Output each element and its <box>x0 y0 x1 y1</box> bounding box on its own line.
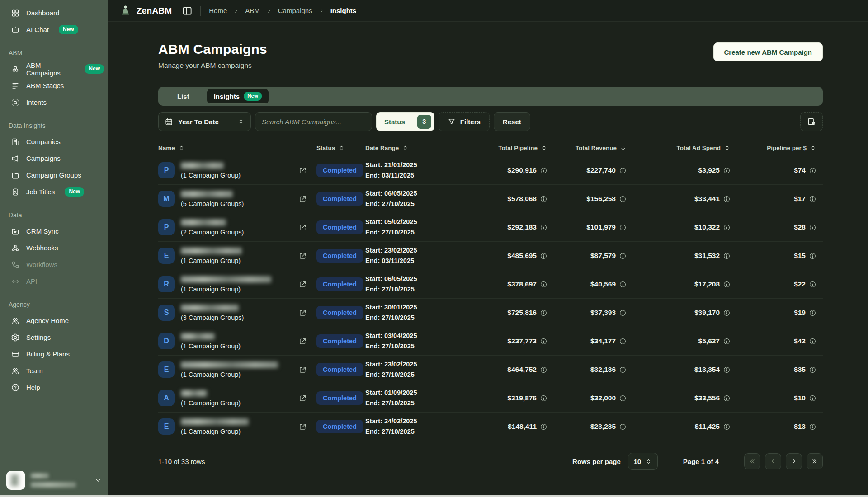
info-icon[interactable] <box>619 281 627 288</box>
create-campaign-button[interactable]: Create new ABM Campaign <box>713 42 823 61</box>
info-icon[interactable] <box>540 366 547 374</box>
info-icon[interactable] <box>809 195 816 203</box>
info-icon[interactable] <box>723 423 731 431</box>
info-icon[interactable] <box>540 394 547 402</box>
info-icon[interactable] <box>540 281 547 288</box>
breadcrumb-campaigns[interactable]: Campaigns <box>278 7 312 14</box>
column-header-pipeline-per[interactable]: Pipeline per $ <box>737 145 823 151</box>
sidebar-item-billing-plans[interactable]: Billing & Plans <box>0 346 108 362</box>
info-icon[interactable] <box>619 423 627 431</box>
info-icon[interactable] <box>809 338 816 345</box>
intents-icon <box>11 98 20 107</box>
info-icon[interactable] <box>540 423 547 431</box>
open-campaign-external-link-icon[interactable] <box>298 337 307 346</box>
sidebar-item-job-titles[interactable]: Job TitlesNew <box>0 183 108 200</box>
next-page-button[interactable] <box>786 453 802 469</box>
info-icon[interactable] <box>809 423 816 431</box>
breadcrumb-home[interactable]: Home <box>209 7 227 14</box>
column-header-total-ad-spend[interactable]: Total Ad Spend <box>633 145 737 151</box>
sidebar-item-agency-home[interactable]: Agency Home <box>0 312 108 329</box>
tab-list[interactable]: List <box>160 89 207 104</box>
sidebar-item-abm-campaigns[interactable]: ABM CampaignsNew <box>0 61 108 77</box>
open-campaign-external-link-icon[interactable] <box>298 280 307 289</box>
info-icon[interactable] <box>723 252 731 260</box>
info-icon[interactable] <box>619 309 627 317</box>
info-icon[interactable] <box>723 281 731 288</box>
open-campaign-external-link-icon[interactable] <box>298 223 307 232</box>
sidebar-toggle-button[interactable] <box>180 5 194 17</box>
info-icon[interactable] <box>723 195 731 203</box>
open-campaign-external-link-icon[interactable] <box>298 366 307 374</box>
info-icon[interactable] <box>619 366 627 374</box>
sidebar-item-team[interactable]: Team <box>0 362 108 379</box>
info-icon[interactable] <box>723 394 731 402</box>
last-page-button[interactable] <box>807 453 823 469</box>
sidebar-item-companies[interactable]: Companies <box>0 133 108 150</box>
info-icon[interactable] <box>540 224 547 231</box>
open-campaign-external-link-icon[interactable] <box>298 252 307 260</box>
column-header-total-revenue[interactable]: Total Revenue <box>554 145 633 151</box>
window-bottom-edge <box>0 495 868 497</box>
date-range-cell: Start: 06/05/2025End: 27/10/2025 <box>365 274 461 295</box>
info-icon[interactable] <box>809 366 816 374</box>
info-icon[interactable] <box>540 252 547 260</box>
info-icon[interactable] <box>619 195 627 203</box>
tab-insights[interactable]: InsightsNew <box>207 89 269 104</box>
info-icon[interactable] <box>723 224 731 231</box>
column-settings-button[interactable] <box>800 112 823 131</box>
info-icon[interactable] <box>540 338 547 345</box>
info-icon[interactable] <box>809 252 816 260</box>
info-icon[interactable] <box>619 252 627 260</box>
sidebar-item-abm-stages[interactable]: ABM Stages <box>0 77 108 94</box>
filters-button[interactable]: Filters <box>439 112 490 131</box>
money-value: $23,235 <box>590 422 616 431</box>
start-date: Start: 23/02/2025 <box>365 359 461 370</box>
rows-per-page-select[interactable]: 10 <box>628 453 658 470</box>
breadcrumb-abm[interactable]: ABM <box>245 7 260 14</box>
info-icon[interactable] <box>723 167 731 174</box>
sidebar-item-help[interactable]: Help <box>0 379 108 396</box>
sidebar-item-settings[interactable]: Settings <box>0 329 108 346</box>
info-icon[interactable] <box>809 394 816 402</box>
open-campaign-external-link-icon[interactable] <box>298 309 307 317</box>
campaign-name-redacted <box>181 418 249 425</box>
open-campaign-external-link-icon[interactable] <box>298 422 307 431</box>
sidebar-item-crm-sync[interactable]: CRM Sync <box>0 223 108 239</box>
open-campaign-external-link-icon[interactable] <box>298 195 307 203</box>
info-icon[interactable] <box>809 309 816 317</box>
user-menu[interactable] <box>6 471 102 490</box>
sidebar-item-campaigns[interactable]: Campaigns <box>0 150 108 167</box>
reset-button[interactable]: Reset <box>494 112 530 131</box>
info-icon[interactable] <box>540 195 547 203</box>
info-icon[interactable] <box>540 167 547 174</box>
idbadge-icon <box>11 188 20 197</box>
sidebar-item-dashboard[interactable]: Dashboard <box>0 5 108 21</box>
breadcrumb-insights[interactable]: Insights <box>330 7 357 14</box>
info-icon[interactable] <box>809 224 816 231</box>
status-filter-chip[interactable]: Status 3 <box>376 112 434 131</box>
sidebar-item-campaign-groups[interactable]: Campaign Groups <box>0 167 108 183</box>
open-campaign-external-link-icon[interactable] <box>298 166 307 175</box>
column-header-date-range[interactable]: Date Range <box>365 145 461 151</box>
info-icon[interactable] <box>809 167 816 174</box>
info-icon[interactable] <box>619 224 627 231</box>
search-input[interactable] <box>255 112 372 131</box>
column-header-total-pipeline[interactable]: Total Pipeline <box>461 145 554 151</box>
info-icon[interactable] <box>723 366 731 374</box>
info-icon[interactable] <box>619 338 627 345</box>
info-icon[interactable] <box>809 281 816 288</box>
info-icon[interactable] <box>619 167 627 174</box>
column-header-status[interactable]: Status <box>316 145 365 151</box>
info-icon[interactable] <box>540 309 547 317</box>
column-header-name[interactable]: Name <box>158 145 298 151</box>
campaign-groups-count: (3 Campaign Groups) <box>181 314 244 321</box>
sidebar-item-ai-chat[interactable]: AI ChatNew <box>0 21 108 38</box>
info-icon[interactable] <box>723 309 731 317</box>
sidebar-item-webhooks[interactable]: Webhooks <box>0 239 108 256</box>
sidebar-item-intents[interactable]: Intents <box>0 94 108 111</box>
open-campaign-external-link-icon[interactable] <box>298 394 307 403</box>
columns-gear-icon <box>807 117 816 126</box>
date-range-select[interactable]: Year To Date <box>158 112 251 131</box>
info-icon[interactable] <box>619 394 627 402</box>
info-icon[interactable] <box>723 338 731 345</box>
